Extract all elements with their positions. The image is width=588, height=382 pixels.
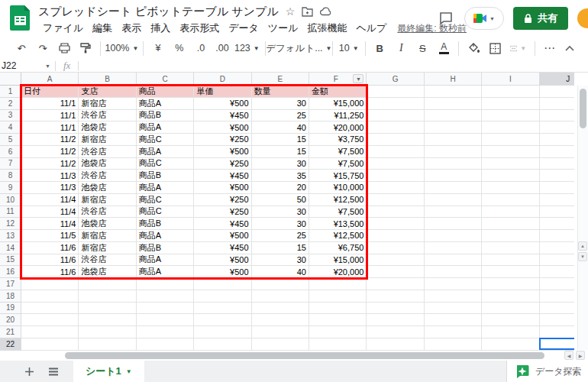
add-sheet-icon[interactable]	[20, 362, 38, 380]
cell[interactable]	[425, 266, 482, 278]
cell[interactable]: ¥450	[194, 218, 251, 230]
cell[interactable]: 渋谷店	[79, 206, 136, 219]
cell[interactable]: ¥15,000	[309, 98, 367, 110]
column-header-g[interactable]: G	[367, 73, 424, 86]
cell[interactable]	[540, 278, 574, 290]
menu-item[interactable]: ファイル	[38, 21, 88, 36]
fill-color-button[interactable]	[464, 39, 483, 57]
print-button[interactable]	[55, 39, 73, 57]
merge-cells-button[interactable]: ▼	[507, 39, 529, 57]
cell[interactable]	[425, 242, 482, 254]
menu-item[interactable]: 拡張機能	[302, 21, 351, 36]
text-color-button[interactable]: A	[435, 39, 453, 57]
column-header-e[interactable]: E	[252, 73, 309, 86]
cell[interactable]	[367, 338, 424, 351]
cell[interactable]	[540, 326, 574, 338]
cell[interactable]: ¥500	[194, 266, 251, 278]
row-header[interactable]: 9	[0, 182, 21, 194]
font-size-select[interactable]: 10▼	[338, 39, 360, 57]
increase-decimal-button[interactable]: .00	[213, 39, 231, 57]
cell[interactable]	[252, 278, 309, 290]
cell[interactable]: 商品B	[137, 110, 194, 122]
cell[interactable]	[367, 158, 424, 170]
cell[interactable]	[425, 194, 482, 206]
cell[interactable]	[194, 290, 251, 303]
row-header[interactable]: 20	[0, 314, 21, 326]
cell[interactable]: ¥7,500	[309, 146, 367, 158]
cell[interactable]	[425, 254, 482, 267]
horizontal-scrollbar-thumb[interactable]	[65, 352, 544, 359]
cell[interactable]	[540, 303, 574, 315]
cell[interactable]	[540, 134, 574, 146]
cell[interactable]: ¥12,500	[309, 194, 367, 206]
column-header-f[interactable]: F▼	[309, 73, 367, 86]
cell[interactable]	[137, 314, 194, 326]
cell[interactable]	[540, 314, 574, 326]
cell[interactable]	[482, 254, 539, 267]
cell[interactable]	[194, 303, 251, 315]
percent-format-button[interactable]: %	[170, 39, 189, 57]
menu-item[interactable]: ツール	[263, 21, 303, 36]
decrease-decimal-button[interactable]: .0	[192, 39, 210, 57]
cell[interactable]	[21, 326, 79, 338]
avatar[interactable]	[577, 8, 588, 28]
select-all-corner[interactable]	[0, 73, 21, 86]
document-title[interactable]: スプレッドシート ピボットテーブル サンプル	[38, 5, 279, 19]
cell[interactable]: ¥500	[194, 254, 251, 267]
cell[interactable]	[482, 158, 539, 170]
sheet-tab-active[interactable]: シート1 ▼	[73, 361, 144, 382]
cell[interactable]	[482, 278, 539, 290]
scroll-down-icon[interactable]: ▼	[578, 252, 587, 261]
row-header[interactable]: 16	[0, 266, 21, 278]
cell[interactable]: 池袋店	[79, 121, 136, 134]
cell[interactable]: ¥500	[194, 121, 251, 134]
scroll-up-icon[interactable]: ▲	[578, 241, 587, 251]
cell[interactable]	[194, 326, 251, 338]
cell[interactable]: 30	[252, 206, 309, 219]
cell[interactable]	[21, 278, 79, 290]
cell[interactable]	[137, 326, 194, 338]
cell[interactable]	[482, 121, 539, 134]
cell[interactable]	[79, 278, 136, 290]
cell[interactable]: ¥12,500	[309, 230, 367, 242]
cell[interactable]	[367, 182, 424, 194]
cell[interactable]	[540, 230, 574, 242]
cell[interactable]	[482, 98, 539, 110]
cell[interactable]: ¥250	[194, 158, 251, 170]
cell[interactable]	[137, 290, 194, 303]
cell[interactable]: 15	[252, 242, 309, 254]
menu-item[interactable]: ヘルプ	[351, 21, 391, 36]
cell[interactable]	[540, 158, 574, 170]
cell[interactable]	[540, 194, 574, 206]
cell[interactable]	[425, 170, 482, 182]
cell[interactable]	[425, 303, 482, 315]
cell[interactable]	[482, 146, 539, 158]
cell[interactable]: 支店	[79, 86, 136, 98]
cell[interactable]	[482, 303, 539, 315]
cell[interactable]	[482, 230, 539, 242]
cell[interactable]	[367, 206, 424, 219]
cell[interactable]	[309, 303, 367, 315]
cell[interactable]: 新宿店	[79, 134, 136, 146]
cell[interactable]: 11/1	[21, 121, 79, 134]
menu-item[interactable]: 編集	[88, 21, 117, 36]
borders-button[interactable]	[486, 39, 504, 57]
cell[interactable]: 池袋店	[79, 218, 136, 230]
cell[interactable]	[367, 170, 424, 182]
cell[interactable]	[367, 146, 424, 158]
cell[interactable]: 11/2	[21, 134, 79, 146]
font-select[interactable]: デフォルト...▼	[271, 39, 328, 57]
cell[interactable]: 30	[252, 158, 309, 170]
italic-button[interactable]: I	[392, 39, 410, 57]
cell[interactable]: 50	[252, 194, 309, 206]
cell[interactable]: 池袋店	[79, 158, 136, 170]
cell[interactable]: 池袋店	[79, 182, 136, 194]
cell[interactable]: 40	[252, 121, 309, 134]
cell[interactable]	[194, 338, 251, 351]
cell[interactable]	[79, 338, 136, 351]
row-header[interactable]: 21	[0, 326, 21, 338]
cell[interactable]: 金額	[309, 86, 367, 98]
cell[interactable]	[425, 121, 482, 134]
cell[interactable]	[425, 134, 482, 146]
row-header[interactable]: 17	[0, 278, 21, 290]
